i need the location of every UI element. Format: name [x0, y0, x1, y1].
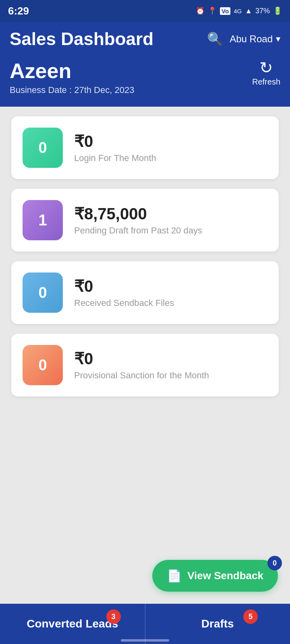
- card-icon-3: 0: [23, 345, 63, 385]
- view-sendback-button[interactable]: 📄 View Sendback 0: [152, 560, 278, 592]
- volte-icon: Vo: [220, 7, 230, 15]
- card-label-3: Provisional Sanction for the Month: [74, 370, 209, 381]
- card-content-1: ₹8,75,000 Pending Draft from Past 20 day…: [74, 204, 202, 236]
- sendback-doc-icon: 📄: [167, 569, 182, 583]
- location-dropdown[interactable]: Abu Road ▾: [230, 33, 280, 45]
- status-time: 6:29: [8, 5, 29, 17]
- refresh-icon: ↻: [259, 60, 273, 76]
- card-label-0: Login For The Month: [74, 153, 156, 163]
- card-amount-3: ₹0: [74, 349, 209, 368]
- card-provisional-sanction[interactable]: 0 ₹0 Provisional Sanction for the Month: [11, 334, 279, 396]
- card-content-0: ₹0 Login For The Month: [74, 132, 156, 163]
- status-bar: 6:29 ⏰ 📍 Vo 4G ▲ 37% 🔋: [0, 0, 290, 22]
- refresh-label: Refresh: [252, 77, 280, 87]
- card-label-1: Pending Draft from Past 20 days: [74, 225, 202, 236]
- alarm-icon: ⏰: [196, 6, 205, 15]
- app-header: Sales Dashboard 🔍 Abu Road ▾: [0, 22, 290, 58]
- location-icon: 📍: [208, 6, 217, 15]
- signal-icon: ▲: [245, 7, 252, 15]
- app-title: Sales Dashboard: [10, 29, 153, 49]
- main-content: 0 ₹0 Login For The Month 1 ₹8,75,000 Pen…: [0, 107, 290, 469]
- drafts-badge: 5: [243, 609, 258, 624]
- bottom-nav: Converted Leads 3 Drafts 5: [0, 604, 290, 644]
- card-icon-1: 1: [23, 200, 63, 240]
- card-amount-1: ₹8,75,000: [74, 204, 202, 223]
- home-indicator: [121, 639, 169, 642]
- card-icon-0: 0: [23, 128, 63, 168]
- sendback-badge: 0: [267, 556, 282, 570]
- network-icon: 4G: [234, 8, 242, 14]
- user-section: Azeen Business Date : 27th Dec, 2023 ↻ R…: [0, 58, 290, 107]
- user-info: Azeen Business Date : 27th Dec, 2023: [10, 60, 134, 95]
- location-label: Abu Road: [230, 33, 273, 45]
- view-sendback-label: View Sendback: [187, 570, 263, 582]
- card-content-3: ₹0 Provisional Sanction for the Month: [74, 349, 209, 381]
- fab-container: 📄 View Sendback 0: [152, 560, 278, 592]
- refresh-button[interactable]: ↻ Refresh: [252, 60, 280, 87]
- card-icon-2: 0: [23, 272, 63, 313]
- card-content-2: ₹0 Received Sendback Files: [74, 277, 174, 308]
- card-received-sendback[interactable]: 0 ₹0 Received Sendback Files: [11, 261, 279, 324]
- card-login-month[interactable]: 0 ₹0 Login For The Month: [11, 116, 279, 179]
- battery-level: 37%: [255, 7, 270, 15]
- nav-drafts[interactable]: Drafts 5: [145, 604, 290, 644]
- nav-converted-leads[interactable]: Converted Leads 3: [0, 604, 145, 644]
- user-name: Azeen: [10, 60, 134, 83]
- chevron-down-icon: ▾: [276, 34, 280, 44]
- header-right: 🔍 Abu Road ▾: [207, 31, 280, 47]
- card-label-2: Received Sendback Files: [74, 298, 174, 308]
- battery-icon: 🔋: [273, 6, 282, 15]
- drafts-label: Drafts: [201, 617, 234, 630]
- converted-leads-label: Converted Leads: [27, 617, 118, 630]
- search-icon[interactable]: 🔍: [207, 31, 223, 47]
- business-date: Business Date : 27th Dec, 2023: [10, 85, 134, 95]
- status-icons: ⏰ 📍 Vo 4G ▲ 37% 🔋: [196, 6, 282, 15]
- card-amount-0: ₹0: [74, 132, 156, 151]
- converted-leads-badge: 3: [106, 609, 121, 624]
- card-amount-2: ₹0: [74, 277, 174, 295]
- card-pending-draft[interactable]: 1 ₹8,75,000 Pending Draft from Past 20 d…: [11, 189, 279, 252]
